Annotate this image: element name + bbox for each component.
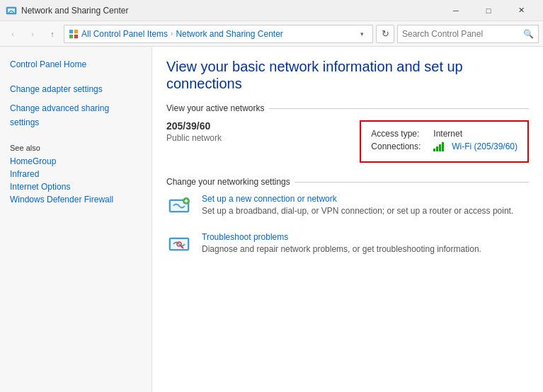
network-info: 205/39/60 Public network <box>166 120 345 163</box>
address-bar: ‹ › ↑ All Control Panel Items › Network … <box>0 21 543 47</box>
up-button[interactable]: ↑ <box>44 25 61 42</box>
active-networks-label: View your active networks <box>166 103 265 113</box>
title-bar-left: Network and Sharing Center <box>6 5 128 16</box>
sidebar: Control Panel Home Change adapter settin… <box>0 47 152 392</box>
search-box[interactable]: 🔍 <box>397 25 539 43</box>
wifi-bar-1 <box>433 149 435 151</box>
svg-rect-2 <box>69 29 73 33</box>
sidebar-homegroup[interactable]: HomeGroup <box>0 155 152 168</box>
back-button[interactable]: ‹ <box>4 25 21 42</box>
title-bar: Network and Sharing Center ─ □ ✕ <box>0 0 543 21</box>
network-access-box: Access type: Internet Connections: Wi-Fi… <box>360 120 529 163</box>
maximize-button[interactable]: □ <box>472 0 505 21</box>
sidebar-advanced-sharing[interactable]: Change advanced sharing settings <box>0 99 152 132</box>
window-title: Network and Sharing Center <box>21 6 128 16</box>
content-area: View your basic network information and … <box>152 47 543 392</box>
control-panel-icon <box>69 29 79 39</box>
troubleshoot-title[interactable]: Troubleshoot problems <box>202 232 481 242</box>
setup-connection-item: Set up a new connection or network Set u… <box>166 194 529 219</box>
forward-button[interactable]: › <box>24 25 41 42</box>
wifi-bar-2 <box>436 146 438 151</box>
close-button[interactable]: ✕ <box>505 0 537 21</box>
network-name: 205/39/60 <box>166 120 345 132</box>
wifi-bar-4 <box>442 142 444 151</box>
connections-label: Connections: <box>371 142 428 151</box>
search-input[interactable] <box>402 29 520 39</box>
networking-settings-header: Change your networking settings <box>166 177 529 187</box>
networks-area: 205/39/60 Public network Access type: In… <box>166 120 529 163</box>
setup-title[interactable]: Set up a new connection or network <box>202 194 513 204</box>
see-also-label: See also <box>0 132 152 155</box>
setup-icon <box>166 194 192 219</box>
setup-connection-icon <box>168 195 190 218</box>
connections-row: Connections: Wi-Fi (205/39/60) <box>371 142 518 151</box>
svg-rect-4 <box>69 34 73 38</box>
network-type: Public network <box>166 133 345 143</box>
main-container: Control Panel Home Change adapter settin… <box>0 47 543 392</box>
minimize-button[interactable]: ─ <box>440 0 472 21</box>
active-networks-header: View your active networks <box>166 103 529 113</box>
breadcrumb-sep: › <box>171 30 173 38</box>
address-box[interactable]: All Control Panel Items › Network and Sh… <box>64 25 373 43</box>
wifi-link[interactable]: Wi-Fi (205/39/60) <box>452 142 518 151</box>
troubleshoot-icon-svg <box>168 234 190 256</box>
sidebar-infrared[interactable]: Infrared <box>0 168 152 180</box>
sidebar-adapter-settings[interactable]: Change adapter settings <box>0 80 152 99</box>
svg-rect-5 <box>74 34 78 38</box>
troubleshoot-icon <box>166 232 192 258</box>
page-title: View your basic network information and … <box>166 58 529 92</box>
sidebar-home[interactable]: Control Panel Home <box>0 55 152 74</box>
wifi-bar-3 <box>439 144 441 151</box>
app-icon <box>6 5 17 16</box>
sidebar-firewall[interactable]: Windows Defender Firewall <box>0 193 152 206</box>
troubleshoot-desc: Diagnose and repair network problems, or… <box>202 243 481 255</box>
access-type-label: Access type: <box>371 129 428 139</box>
access-type-row: Access type: Internet <box>371 129 518 139</box>
title-bar-controls: ─ □ ✕ <box>440 0 537 21</box>
search-icon: 🔍 <box>523 29 534 39</box>
refresh-button[interactable]: ↻ <box>376 25 394 43</box>
breadcrumb-2[interactable]: Network and Sharing Center <box>176 29 282 39</box>
access-type-value: Internet <box>433 129 462 139</box>
troubleshoot-item: Troubleshoot problems Diagnose and repai… <box>166 232 529 258</box>
wifi-icon <box>433 142 444 151</box>
setup-desc: Set up a broadband, dial-up, or VPN conn… <box>202 205 513 217</box>
svg-rect-3 <box>74 29 78 33</box>
address-dropdown[interactable]: ▾ <box>355 28 368 40</box>
troubleshoot-text: Troubleshoot problems Diagnose and repai… <box>202 232 481 255</box>
setup-text: Set up a new connection or network Set u… <box>202 194 513 217</box>
sidebar-internet-options[interactable]: Internet Options <box>0 180 152 193</box>
networking-settings-label: Change your networking settings <box>166 177 290 187</box>
breadcrumb-1[interactable]: All Control Panel Items <box>81 29 168 39</box>
